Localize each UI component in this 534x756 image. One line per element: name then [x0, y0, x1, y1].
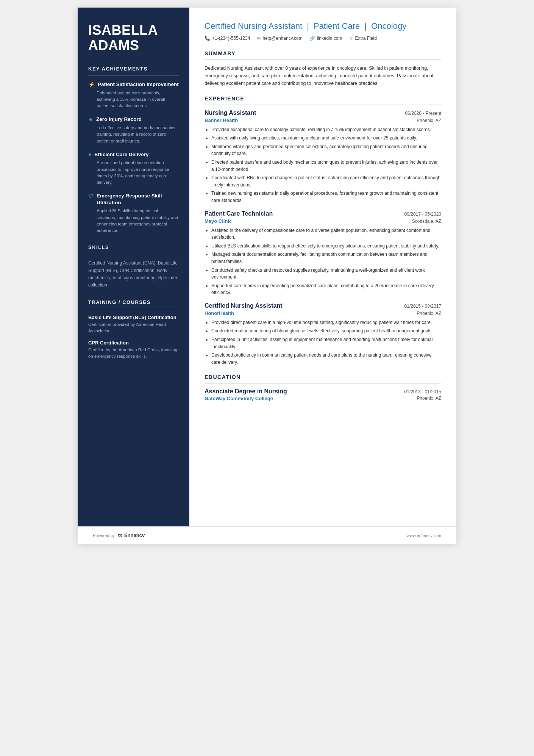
education-section-title: EDUCATION [205, 374, 441, 380]
bullet-item: Managed patient documentation accurately… [211, 251, 441, 265]
star-icon: ★ [88, 116, 93, 122]
job-3-dates: 01/2015 - 08/2017 [404, 304, 441, 309]
star-contact-icon: ☆ [349, 36, 353, 41]
experience-divider [205, 105, 441, 105]
website-url: www.enhancv.com [407, 533, 441, 538]
phone-value: +1-(234)-555-1234 [212, 36, 250, 41]
candidate-name: ISABELLAADAMS [88, 23, 179, 53]
job-1-bullets: Provided exceptional care to oncology pa… [205, 126, 441, 204]
achievement-3: ♥ Efficient Care Delivery Streamlined pa… [88, 151, 179, 186]
achievement-3-title: Efficient Care Delivery [94, 151, 148, 158]
achievement-4-header: 🛡 Emergency Response Skill Utilization [88, 193, 179, 206]
job-3-header: Certified Nursing Assistant 01/2015 - 08… [205, 302, 441, 309]
brand-name: Enhancv [124, 532, 145, 538]
email-icon: ✉ [257, 36, 261, 41]
job-1-company-row: Banner Health Phoenix, AZ [205, 117, 441, 123]
infinity-icon: ∞ [118, 531, 123, 539]
achievement-4: 🛡 Emergency Response Skill Utilization A… [88, 193, 179, 234]
phone-icon: 📞 [205, 36, 210, 41]
skills-title: SKILLS [88, 244, 179, 250]
bullet-item: Conducted safety checks and restocked su… [211, 267, 441, 281]
summary-divider [205, 59, 441, 60]
job-2-bullets: Assisted in the delivery of compassionat… [205, 227, 441, 296]
resume-wrapper: ISABELLAADAMS KEY ACHIEVEMENTS ⚡ Patient… [78, 8, 456, 544]
job-2-title: Patient Care Technician [205, 210, 273, 217]
training-2-desc: Certified by the American Red Cross, foc… [88, 347, 179, 360]
job-1-title: Nursing Assistant [205, 110, 256, 116]
pipe-1: | [307, 21, 311, 31]
achievement-1-desc: Enhanced patient care protocols, achievi… [88, 90, 179, 110]
job-2-company-row: Mayo Clinic Scottsdale, AZ [205, 218, 441, 224]
training-1-title: Basic Life Support (BLS) Certification [88, 315, 179, 320]
email-value: help@enhancv.com [262, 36, 302, 41]
main-title: Certified Nursing Assistant | Patient Ca… [205, 21, 441, 32]
achievement-3-header: ♥ Efficient Care Delivery [88, 151, 179, 158]
title-part-1: Certified Nursing Assistant [205, 21, 302, 31]
skills-text: Certified Nursing Assistant (CNA), Basic… [88, 260, 179, 289]
phone-contact: 📞 +1-(234)-555-1234 [205, 36, 250, 41]
training-2-title: CPR Certification [88, 340, 179, 346]
link-icon: 🔗 [309, 36, 315, 41]
main-content: Certified Nursing Assistant | Patient Ca… [189, 8, 456, 526]
edu-1-degree: Associate Degree in Nursing [205, 388, 287, 395]
job-3-location: Phoenix, AZ [417, 311, 441, 316]
enhancv-logo: ∞ Enhancv [118, 531, 145, 539]
lightning-icon: ⚡ [88, 81, 95, 88]
edu-1-header: Associate Degree in Nursing 01/2013 - 01… [205, 388, 441, 395]
achievement-1: ⚡ Patient Satisfaction Improvement Enhan… [88, 81, 179, 109]
achievements-divider [88, 75, 179, 76]
bullet-item: Developed proficiency in communicating p… [211, 352, 441, 366]
training-2: CPR Certification Certified by the Ameri… [88, 340, 179, 360]
sidebar: ISABELLAADAMS KEY ACHIEVEMENTS ⚡ Patient… [78, 8, 189, 526]
edu-1-school: GateWay Community College [205, 396, 273, 401]
main-header: Certified Nursing Assistant | Patient Ca… [205, 21, 441, 41]
job-1-location: Phoenix, AZ [417, 118, 441, 123]
bullet-item: Utilized BLS certification skills to res… [211, 243, 441, 250]
achievement-3-desc: Streamlined patient documentation proces… [88, 160, 179, 186]
contact-row: 📞 +1-(234)-555-1234 ✉ help@enhancv.com 🔗… [205, 36, 441, 41]
job-1-company: Banner Health [205, 117, 238, 123]
shield-icon: 🛡 [88, 193, 94, 199]
linkedin-contact: 🔗 linkedin.com [309, 36, 342, 41]
edu-1-location: Phoenix, AZ [417, 396, 441, 401]
training-1-desc: Certification provided by American Heart… [88, 321, 179, 335]
achievement-2-header: ★ Zero Injury Record [88, 116, 179, 123]
achievement-4-title: Emergency Response Skill Utilization [97, 193, 179, 206]
bullet-item: Directed patient transfers and used body… [211, 159, 441, 173]
achievement-4-desc: Applied BLS skills during critical situa… [88, 208, 179, 234]
achievement-2-title: Zero Injury Record [96, 116, 142, 123]
title-part-3: Oncology [371, 21, 406, 31]
resume-body: ISABELLAADAMS KEY ACHIEVEMENTS ⚡ Patient… [78, 8, 456, 526]
bullet-item: Monitored vital signs and performed spec… [211, 143, 441, 157]
job-3-company-row: HonorHealth Phoenix, AZ [205, 310, 441, 316]
extra-value: Extra Field [355, 36, 376, 41]
job-2-location: Scottsdale, AZ [412, 219, 441, 224]
bullet-item: Supported care teams in implementing per… [211, 282, 441, 296]
bullet-item: Assisted in the delivery of compassionat… [211, 227, 441, 241]
achievement-2: ★ Zero Injury Record Led effective safet… [88, 116, 179, 144]
summary-section-title: SUMMARY [205, 50, 441, 56]
footer-right: www.enhancv.com [407, 533, 441, 538]
job-3-title: Certified Nursing Assistant [205, 302, 283, 309]
bullet-item: Trained new nursing assistants in daily … [211, 190, 441, 204]
training-title: TRAINING / COURSES [88, 299, 179, 305]
bullet-item: Participated in unit activities, assisti… [211, 336, 441, 350]
achievement-2-desc: Led effective safety and body mechanics … [88, 125, 179, 144]
email-contact: ✉ help@enhancv.com [257, 36, 302, 41]
heart-icon: ♥ [88, 152, 91, 158]
achievement-1-title: Patient Satisfaction Improvement [98, 81, 179, 88]
job-1-header: Nursing Assistant 06/2020 - Present [205, 110, 441, 116]
powered-by-text: Powered by [93, 533, 115, 538]
pipe-2: | [364, 21, 369, 31]
education-divider [205, 383, 441, 383]
bullet-item: Coordinated with RNs to report changes i… [211, 174, 441, 188]
bullet-item: Conducted routine monitoring of blood gl… [211, 327, 441, 335]
edu-1-dates: 01/2013 - 01/2015 [404, 389, 441, 394]
key-achievements-title: KEY ACHIEVEMENTS [88, 66, 179, 72]
job-2-company: Mayo Clinic [205, 218, 232, 224]
bullet-item: Provided exceptional care to oncology pa… [211, 126, 441, 133]
job-2-header: Patient Care Technician 09/2017 - 05/202… [205, 210, 441, 217]
skills-divider [88, 254, 179, 254]
footer-left: Powered by ∞ Enhancv [93, 531, 145, 539]
training-1: Basic Life Support (BLS) Certification C… [88, 315, 179, 335]
